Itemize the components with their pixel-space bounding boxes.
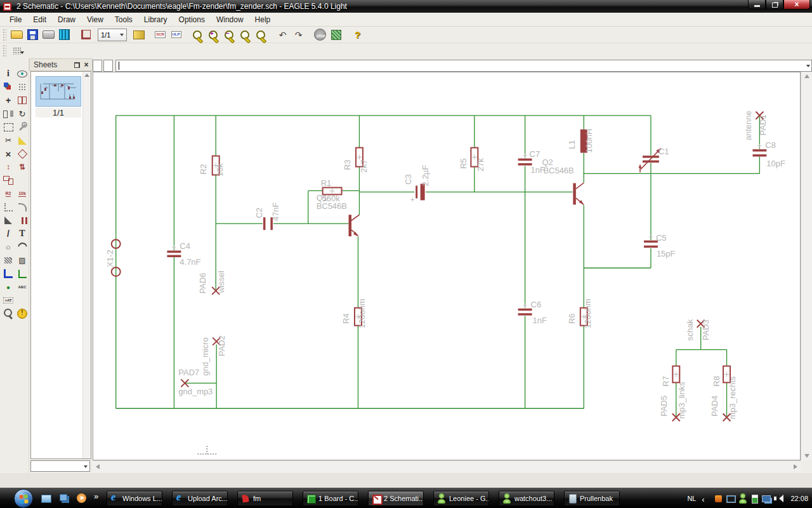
quicklaunch-overflow-icon[interactable]: » — [94, 491, 98, 501]
minimize-button[interactable] — [748, 0, 766, 10]
component-L1[interactable]: L1 100nH — [567, 129, 594, 153]
tray-icon-network[interactable] — [762, 493, 771, 504]
component-R5[interactable]: R5 27k — [459, 148, 485, 171]
tray-icon-buddy[interactable] — [738, 493, 747, 504]
palette-tool-name[interactable]: R2 — [2, 187, 15, 200]
menu-item-options[interactable]: Options — [173, 13, 211, 26]
palette-tool-bus[interactable] — [2, 267, 15, 280]
close-button[interactable]: × — [783, 0, 810, 10]
pad-PAD1[interactable]: antenne PAD1 — [743, 110, 768, 140]
component-R4[interactable]: R4 120ohm — [342, 298, 367, 328]
palette-tool-move[interactable]: + — [2, 94, 15, 107]
palette-tool-paste[interactable] — [16, 134, 29, 147]
palette-tool-junction[interactable]: ● — [2, 281, 15, 293]
toolbar-button-script[interactable]: SCR — [152, 28, 168, 42]
float-panel-icon[interactable] — [74, 62, 80, 68]
palette-tool-display[interactable] — [2, 81, 15, 93]
tray-icon-battery[interactable] — [750, 493, 759, 504]
toolbar-button-help[interactable]: ? — [350, 28, 365, 42]
palette-tool-copy[interactable] — [16, 94, 29, 107]
component-C8[interactable]: C8 10pF — [752, 140, 785, 168]
toolbar-button-zoom-redraw[interactable] — [253, 28, 269, 42]
menu-item-view[interactable]: View — [81, 13, 109, 26]
palette-tool-pinswap[interactable]: ↕ — [2, 161, 15, 173]
toolbar-button-board[interactable] — [78, 28, 94, 42]
tray-icon-volume[interactable] — [774, 493, 783, 504]
clock[interactable]: 22:08 — [790, 495, 808, 502]
palette-tool-arc[interactable] — [16, 241, 29, 253]
taskbar-button-leoniee[interactable]: Leoniee - G... — [433, 491, 489, 506]
toolbar-button-go[interactable] — [328, 28, 344, 42]
component-R6[interactable]: R6 120ohm — [567, 298, 593, 328]
taskbar-button-prullenbak[interactable]: Prullenbak — [564, 491, 620, 506]
tray-icon-monitor[interactable] — [726, 493, 735, 504]
taskbar-button-watchout[interactable]: watchout3... — [499, 491, 554, 506]
toolbar-button-zoom-fit[interactable] — [190, 28, 206, 42]
toolbar-button-undo[interactable]: ↶ — [275, 28, 291, 42]
palette-tool-wire[interactable]: / — [2, 227, 15, 240]
palette-tool-label[interactable]: ABC — [16, 281, 29, 293]
component-C4[interactable]: C4 4.7nF — [167, 241, 200, 267]
taskbar-button-fm[interactable]: fm — [237, 491, 293, 506]
component-C6[interactable]: C6 1nF — [518, 300, 547, 325]
palette-tool-attribute[interactable]: >AT — [2, 294, 15, 307]
toolbar-button-open[interactable] — [9, 28, 25, 42]
sheet-thumbnail[interactable] — [36, 76, 81, 107]
pad-PAD2[interactable]: gnd_micro PAD2 — [200, 335, 226, 376]
palette-tool-cut[interactable]: ✂ — [2, 134, 15, 147]
toolbar-gripper[interactable] — [3, 29, 6, 41]
toolbar-button-ulp[interactable]: ULP — [168, 28, 184, 42]
palette-tool-info[interactable]: i — [2, 67, 15, 80]
palette-tool-miter[interactable] — [2, 201, 15, 213]
toolbar-button-save[interactable] — [25, 28, 41, 42]
start-button[interactable] — [14, 489, 33, 508]
component-C7[interactable]: C7 1nF — [518, 149, 545, 175]
taskbar-button-windows-live[interactable]: Windows L... — [107, 491, 162, 506]
sheet-selector[interactable]: 1/1 — [98, 29, 127, 41]
restore-button[interactable] — [766, 0, 783, 10]
component-Q2[interactable]: Q2 BC546B — [542, 157, 584, 205]
taskbar-button-schematic[interactable]: 2 Schemati... — [368, 491, 424, 506]
component-R3[interactable]: R3 2k7 — [343, 148, 369, 173]
component-C1[interactable]: C1 — [639, 147, 669, 173]
palette-tool-add[interactable] — [16, 147, 29, 160]
menu-item-tools[interactable]: Tools — [109, 13, 138, 26]
scroll-left-icon[interactable] — [96, 464, 100, 469]
palette-tool-group[interactable] — [2, 121, 15, 133]
menu-item-window[interactable]: Window — [211, 13, 249, 26]
palette-tool-split[interactable] — [16, 201, 29, 213]
toolbar-button-use-library[interactable] — [131, 28, 147, 42]
menu-item-library[interactable]: Library — [138, 13, 173, 26]
taskbar-button-board[interactable]: 1 Board - C... — [303, 491, 358, 506]
palette-tool-mirror[interactable] — [2, 107, 15, 120]
toolbar-button-print[interactable] — [41, 28, 56, 42]
palette-tool-delete[interactable]: × — [2, 147, 15, 160]
vertical-scrollbar[interactable] — [801, 72, 812, 460]
palette-tool-gateswap[interactable]: ⇅ — [16, 161, 29, 173]
palette-tool-errors[interactable]: ! — [16, 307, 29, 320]
bottom-dropdown[interactable] — [30, 460, 90, 472]
quicklaunch-button-show-desktop[interactable] — [39, 491, 53, 506]
quicklaunch-button-switch-windows[interactable] — [57, 491, 71, 506]
scroll-right-icon[interactable] — [794, 464, 797, 469]
palette-tool-show[interactable] — [16, 67, 29, 80]
palette-tool-invoke[interactable] — [2, 214, 15, 227]
toolbar-gripper[interactable] — [3, 44, 6, 57]
menu-item-help[interactable]: Help — [249, 13, 277, 26]
palette-tool-erc[interactable] — [2, 307, 15, 320]
sheets-scrollbar[interactable] — [82, 72, 91, 458]
scroll-up-icon[interactable] — [804, 74, 809, 78]
language-indicator[interactable]: NL — [687, 495, 696, 502]
palette-tool-change[interactable] — [16, 121, 29, 133]
palette-tool-value[interactable]: 10k — [16, 187, 29, 200]
toolbar-button-stop[interactable]: STOP — [312, 28, 328, 42]
toolbar-button-zoom-in[interactable]: + — [206, 28, 221, 42]
command-input[interactable] — [115, 60, 812, 72]
toolbar-button-zoom-select[interactable] — [237, 28, 253, 42]
tray-icon-chevron[interactable]: ‹ — [702, 493, 711, 504]
close-panel-icon[interactable]: × — [82, 62, 90, 68]
menu-item-edit[interactable]: Edit — [27, 13, 52, 26]
taskbar-button-upload-arc[interactable]: Upload Arc... — [172, 491, 228, 506]
tray-icon-java[interactable] — [714, 493, 723, 504]
palette-tool-text[interactable]: T — [16, 227, 29, 240]
